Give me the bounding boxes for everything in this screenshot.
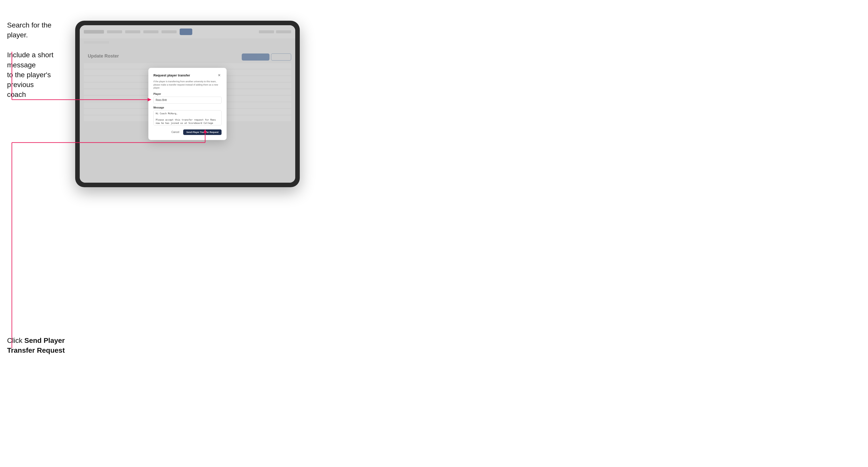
modal-overlay: Request player transfer ✕ If the player … — [80, 25, 295, 183]
annotation-step1-text: Search for the player. — [7, 20, 73, 40]
annotation-step2-text: Include a short message to the player's … — [7, 50, 73, 99]
annotation-step3: Click Send Player Transfer Request — [7, 336, 73, 355]
modal-title: Request player transfer — [153, 73, 190, 77]
modal-description: If the player is transferring from anoth… — [153, 80, 221, 90]
message-textarea[interactable]: Hi Coach McHarg, Please accept this tran… — [153, 110, 221, 125]
send-transfer-button[interactable]: Send Player Transfer Request — [183, 129, 221, 135]
player-label: Player — [153, 93, 221, 95]
modal-footer: Cancel Send Player Transfer Request — [153, 129, 221, 135]
message-label: Message — [153, 106, 221, 109]
tablet-screen: Update Roster Request player transfer — [80, 25, 295, 183]
annotation-step1: Search for the player. Include a short m… — [7, 20, 73, 99]
modal-title-row: Request player transfer ✕ — [153, 73, 221, 77]
modal-close-button[interactable]: ✕ — [217, 73, 221, 77]
cancel-button[interactable]: Cancel — [169, 130, 181, 134]
request-transfer-modal: Request player transfer ✕ If the player … — [148, 68, 226, 140]
tablet-device: Update Roster Request player transfer — [75, 21, 300, 187]
player-input[interactable] — [153, 97, 221, 104]
